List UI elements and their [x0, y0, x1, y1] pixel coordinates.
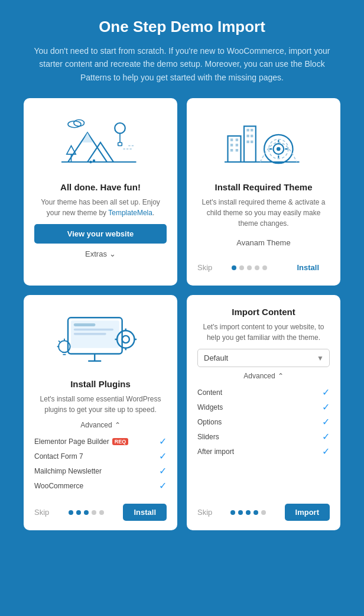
done-card-title: All done. Have fun! [34, 182, 167, 192]
plugin-label: Contact Form 7 [34, 452, 83, 461]
import-card-title: Import Content [197, 307, 330, 317]
plugin-name-elementor: Elementor Page Builder REQ [34, 437, 128, 446]
done-illustration [34, 110, 167, 175]
view-website-button[interactable]: View your website [34, 224, 167, 244]
plugins-illustration [34, 307, 167, 372]
content-label: Sliders [197, 433, 219, 441]
svg-rect-22 [246, 129, 249, 131]
svg-rect-40 [74, 329, 113, 331]
plugin-label: WooCommerce [34, 482, 83, 490]
svg-rect-25 [251, 135, 253, 137]
check-icon: ✓ [159, 450, 167, 462]
list-item: Contact Form 7 ✓ [34, 449, 167, 463]
plugins-step-dots [69, 510, 104, 515]
dot-1 [230, 510, 235, 515]
svg-line-54 [58, 341, 60, 342]
svg-point-31 [277, 147, 281, 151]
import-card-description: Let's import content to your website, to… [197, 322, 330, 343]
content-label: Options [197, 418, 222, 426]
dot-3 [246, 510, 251, 515]
check-icon: ✓ [322, 431, 330, 442]
import-advanced-label: Advanced [243, 372, 275, 380]
list-item: Mailchimp Newsletter ✓ [34, 463, 167, 478]
list-item: Widgets ✓ [197, 400, 330, 414]
dot-4 [255, 265, 259, 270]
svg-rect-19 [230, 149, 233, 151]
svg-rect-26 [246, 141, 249, 143]
page-title: One Step Demo Import [24, 18, 340, 36]
page-description: You don't need to start from scratch. If… [24, 44, 340, 84]
svg-rect-27 [251, 141, 253, 143]
svg-point-45 [122, 336, 129, 343]
check-icon: ✓ [322, 446, 330, 457]
req-badge: REQ [112, 438, 129, 445]
import-advanced-toggle[interactable]: Advanced ⌃ [197, 372, 330, 380]
extras-toggle[interactable]: Extras ⌄ [34, 249, 167, 258]
card-import: Import Content Let's import content to y… [187, 295, 340, 530]
plugins-card-description: Let's install some essential WordPress p… [34, 394, 167, 415]
plugins-advanced-toggle[interactable]: Advanced ⌃ [34, 421, 167, 429]
card-done: All done. Have fun! Your theme has been … [24, 98, 177, 286]
content-label: After import [197, 448, 234, 456]
check-icon: ✓ [322, 416, 330, 427]
dot-5 [262, 265, 267, 270]
plugin-list: Elementor Page Builder REQ ✓ Contact For… [34, 434, 167, 493]
check-icon: ✓ [322, 401, 330, 413]
import-card-footer: Skip Import [197, 498, 330, 521]
import-chevron-up-icon: ⌃ [278, 372, 284, 380]
svg-rect-24 [246, 135, 249, 137]
svg-point-44 [117, 331, 134, 348]
dot-4 [92, 510, 96, 515]
svg-point-10 [89, 161, 92, 163]
content-label: Widgets [197, 403, 223, 411]
plugin-label: Mailchimp Newsletter [34, 467, 102, 475]
import-select-wrapper: Default ▼ [197, 349, 330, 367]
svg-rect-41 [74, 333, 106, 335]
svg-point-2 [115, 123, 125, 134]
import-step-dots [230, 510, 266, 515]
theme-step-dots [232, 265, 267, 270]
done-card-description: Your theme has been all set up. Enjoy yo… [34, 197, 167, 218]
content-label: Content [197, 388, 222, 397]
card-plugins: Install Plugins Let's install some essen… [24, 295, 177, 530]
plugins-install-button[interactable]: Install [123, 504, 167, 521]
dot-4 [254, 510, 258, 515]
extras-chevron-icon: ⌄ [109, 249, 116, 258]
svg-rect-17 [230, 144, 233, 146]
plugin-label: Elementor Page Builder [34, 437, 109, 446]
dot-5 [261, 510, 266, 515]
svg-rect-4 [118, 142, 122, 146]
list-item: Content ✓ [197, 385, 330, 400]
dot-1 [232, 265, 236, 270]
plugins-card-footer: Skip Install [34, 498, 167, 521]
import-button[interactable]: Import [285, 504, 330, 521]
plugins-skip-button[interactable]: Skip [34, 508, 49, 517]
theme-install-button[interactable]: Install [286, 259, 330, 276]
list-item: WooCommerce ✓ [34, 478, 167, 493]
svg-rect-15 [230, 139, 233, 141]
dot-3 [247, 265, 252, 270]
dot-2 [76, 510, 81, 515]
svg-rect-16 [236, 139, 238, 141]
list-item: Sliders ✓ [197, 429, 330, 444]
theme-illustration [197, 110, 330, 175]
extras-label: Extras [85, 249, 107, 258]
dot-1 [69, 510, 73, 515]
plugins-chevron-up-icon: ⌃ [115, 421, 121, 429]
templatemela-link[interactable]: TemplateMela [108, 209, 152, 217]
svg-rect-21 [244, 127, 256, 163]
import-select[interactable]: Default [197, 349, 330, 367]
import-skip-button[interactable]: Skip [197, 508, 212, 517]
check-icon: ✓ [322, 387, 330, 398]
theme-skip-button[interactable]: Skip [197, 263, 212, 272]
dot-5 [99, 510, 104, 515]
card-theme: Install Required Theme Let's install req… [187, 98, 340, 286]
check-icon: ✓ [159, 480, 167, 491]
list-item: Elementor Page Builder REQ ✓ [34, 434, 167, 449]
dot-2 [238, 510, 243, 515]
theme-card-description: Let's install required theme & activate … [197, 197, 330, 229]
dot-3 [84, 510, 89, 515]
svg-rect-39 [74, 323, 96, 326]
theme-card-title: Install Required Theme [197, 182, 330, 192]
check-icon: ✓ [159, 465, 167, 476]
